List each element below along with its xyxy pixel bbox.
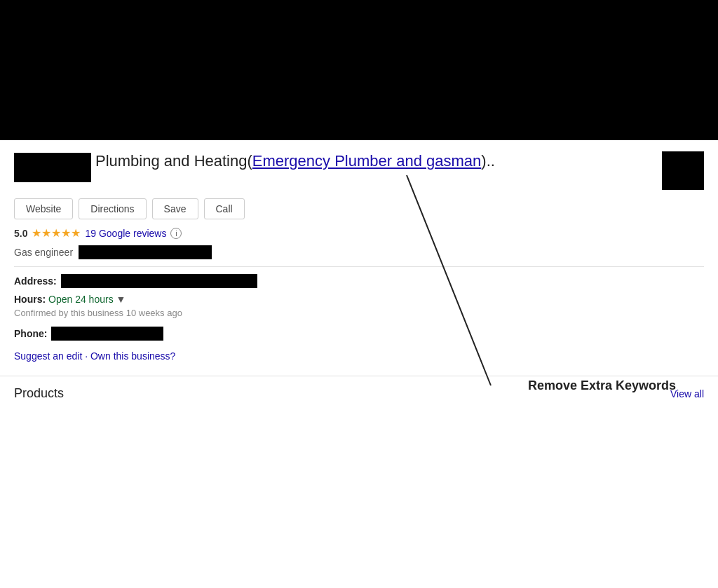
hours-label: Hours: xyxy=(14,294,46,305)
call-button[interactable]: Call xyxy=(204,198,245,219)
category-row: Gas engineer xyxy=(14,245,704,259)
redacted-category-detail xyxy=(79,245,212,259)
hours-status: Open 24 hours xyxy=(48,294,114,305)
info-icon[interactable]: i xyxy=(170,228,182,239)
top-banner xyxy=(0,0,718,140)
products-title: Products xyxy=(14,386,64,401)
save-button[interactable]: Save xyxy=(152,198,198,219)
phone-row: Phone: xyxy=(14,327,704,341)
hours-dropdown-icon[interactable]: ▼ xyxy=(116,294,126,305)
hours-confirmed: Confirmed by this business 10 weeks ago xyxy=(14,308,704,318)
hours-row: Hours: Open 24 hours ▼ xyxy=(14,294,704,305)
own-business-link[interactable]: Own this business? xyxy=(90,350,175,362)
address-label: Address: xyxy=(14,275,57,287)
separator-dot: · xyxy=(85,350,90,362)
annotation-text: Remove Extra Keywords xyxy=(528,378,676,393)
redacted-phone xyxy=(51,327,163,341)
website-button[interactable]: Website xyxy=(14,198,73,219)
phone-label: Phone: xyxy=(14,328,47,339)
star-icons: ★★★★★ xyxy=(32,226,81,240)
reviews-link[interactable]: 19 Google reviews xyxy=(85,228,166,239)
redacted-address xyxy=(61,274,257,288)
directions-button[interactable]: Directions xyxy=(79,198,146,219)
redacted-logo xyxy=(14,153,91,182)
address-row: Address: xyxy=(14,274,704,288)
business-title: Plumbing and Heating(Emergency Plumber a… xyxy=(95,151,662,172)
category-text: Gas engineer xyxy=(14,247,73,258)
action-buttons-row: Website Directions Save Call xyxy=(14,198,704,219)
business-name-link[interactable]: Emergency Plumber and gasman xyxy=(252,152,482,170)
rating-row: 5.0 ★★★★★ 19 Google reviews i xyxy=(14,226,704,240)
redacted-corner-box xyxy=(662,151,704,190)
divider-1 xyxy=(14,266,704,267)
suggest-edit-row: Suggest an edit · Own this business? xyxy=(14,350,704,362)
business-title-row: Plumbing and Heating(Emergency Plumber a… xyxy=(14,151,704,190)
suggest-edit-link[interactable]: Suggest an edit xyxy=(14,350,82,362)
rating-number: 5.0 xyxy=(14,228,27,239)
